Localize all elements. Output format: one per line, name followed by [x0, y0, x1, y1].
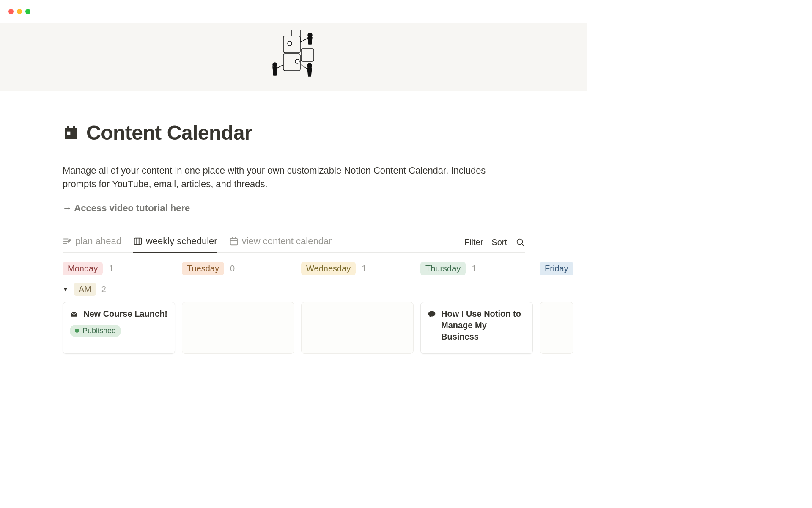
tab-plan-ahead[interactable]: plan ahead	[63, 232, 121, 253]
card-empty-tuesday[interactable]	[182, 302, 294, 354]
svg-rect-21	[134, 238, 142, 244]
column-count: 0	[230, 264, 235, 273]
page-description: Manage all of your content in one place …	[63, 164, 519, 191]
tab-view-calendar[interactable]: view content calendar	[229, 232, 332, 253]
column-count: 1	[472, 264, 476, 273]
day-pill: Wednesday	[301, 262, 356, 275]
group-row-am[interactable]: ▼ AM 2	[63, 283, 525, 296]
group-count: 2	[102, 284, 106, 294]
calendar-grid-icon	[229, 237, 239, 246]
card-how-i-use-notion[interactable]: How I Use Notion to Manage My Business	[420, 302, 533, 354]
svg-rect-16	[73, 126, 75, 129]
svg-line-11	[301, 65, 307, 69]
board-columns: Monday 1 Tuesday 0 Wednesday 1 Thursday …	[63, 260, 525, 283]
day-pill: Friday	[540, 262, 573, 275]
status-label: Published	[82, 326, 116, 335]
column-header-tuesday[interactable]: Tuesday 0	[182, 262, 294, 275]
tab-label: weekly scheduler	[146, 236, 217, 247]
status-badge: Published	[70, 325, 121, 337]
window-titlebar	[0, 0, 587, 23]
card-title: New Course Launch!	[83, 308, 167, 320]
day-pill: Monday	[63, 262, 103, 275]
card-empty-wednesday[interactable]	[301, 302, 414, 354]
sort-button[interactable]: Sort	[491, 237, 507, 247]
card-new-course-launch[interactable]: New Course Launch! Published	[63, 302, 175, 354]
svg-point-12	[273, 63, 277, 67]
tutorial-link[interactable]: → Access video tutorial here	[63, 203, 190, 215]
edit-list-icon	[63, 237, 72, 246]
search-icon[interactable]	[516, 237, 525, 247]
column-header-monday[interactable]: Monday 1	[63, 262, 175, 275]
page-title: Content Calendar	[86, 121, 252, 144]
svg-point-5	[308, 33, 312, 37]
svg-point-10	[307, 64, 312, 68]
view-tabs: plan ahead weekly scheduler	[63, 232, 525, 253]
card-empty-friday[interactable]	[540, 302, 573, 354]
cover-illustration	[260, 28, 328, 87]
page-cover	[0, 23, 587, 91]
minimize-window-icon[interactable]	[17, 9, 22, 14]
group-pill: AM	[74, 283, 96, 296]
maximize-window-icon[interactable]	[25, 9, 30, 14]
close-window-icon[interactable]	[8, 9, 14, 14]
day-pill: Thursday	[420, 262, 466, 275]
svg-rect-17	[67, 131, 70, 135]
tab-weekly-scheduler[interactable]: weekly scheduler	[133, 232, 217, 253]
day-pill: Tuesday	[182, 262, 224, 275]
svg-rect-2	[301, 49, 314, 61]
column-header-wednesday[interactable]: Wednesday 1	[301, 262, 414, 275]
filter-button[interactable]: Filter	[464, 237, 483, 247]
svg-rect-14	[65, 128, 77, 139]
svg-point-4	[295, 59, 299, 64]
column-count: 1	[362, 264, 366, 273]
card-title: How I Use Notion to Manage My Business	[441, 308, 526, 342]
column-count: 1	[109, 264, 113, 273]
svg-line-29	[522, 244, 524, 246]
traffic-lights	[8, 9, 30, 14]
calendar-icon	[63, 124, 80, 141]
column-header-thursday[interactable]: Thursday 1	[420, 262, 533, 275]
board-icon	[133, 237, 143, 246]
tab-label: plan ahead	[75, 236, 121, 247]
envelope-icon	[70, 310, 78, 318]
svg-line-13	[277, 65, 283, 68]
status-dot-icon	[75, 329, 79, 333]
tab-label: view content calendar	[242, 236, 332, 247]
svg-rect-24	[230, 238, 237, 245]
column-header-friday[interactable]: Friday	[540, 262, 573, 275]
svg-point-3	[288, 41, 292, 46]
cards-row: New Course Launch! Published How I Use N…	[63, 302, 525, 354]
caret-down-icon[interactable]: ▼	[63, 286, 69, 293]
svg-rect-15	[67, 126, 69, 129]
chat-icon	[428, 310, 436, 318]
